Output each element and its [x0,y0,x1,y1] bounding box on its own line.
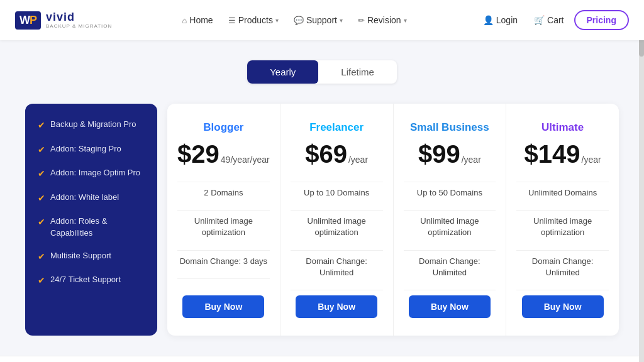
divider-0 [177,182,270,182]
feature-text-2: Addon: Image Optim Pro [50,167,140,178]
check-icon-3: ✔ [38,192,45,205]
nav-revision-label: Revision [367,15,401,25]
nav-actions: 👤 Login 🛒 Cart Pricing [477,10,629,30]
nav-products[interactable]: ☰ Products ▾ [222,11,285,29]
blogger-period: /year [250,155,270,165]
plans-area: Blogger $29 49/year/year 2 Domains Unlim… [167,104,619,336]
ultimate-image-opt: Unlimited image optimization [516,216,609,238]
logo-wp: WP [15,11,41,30]
lifetime-toggle[interactable]: Lifetime [318,60,397,84]
feature-item-1: ✔ Addon: Staging Pro [38,143,145,156]
billing-toggle-row: Yearly Lifetime [25,60,619,84]
check-icon-1: ✔ [38,144,45,156]
nav-support[interactable]: 💬 Support ▾ [287,11,349,29]
blogger-original: 49/year [221,155,250,165]
freelancer-price-amount: $69 [305,141,347,167]
freelancer-price-period: /year [348,155,368,165]
money-back-section: 🛡 30 DAY 100% MONEY BACK GUARANTEE - ZER… [0,356,644,362]
plan-small-business-price: $99 /year [418,141,481,167]
freelancer-domain-change: Domain Change: Unlimited [291,256,383,278]
feature-text-4: Addon: Roles & Capabilities [50,216,145,238]
plan-ultimate: Ultimate $149 /year Unlimited Domains Un… [506,104,619,336]
divider-1c [291,250,383,251]
plan-blogger-name: Blogger [203,121,243,134]
feature-text-6: 24/7 Ticket Support [50,274,121,285]
feature-item-0: ✔ Backup & Migration Pro [38,119,145,132]
divider-3c [516,250,609,251]
nav-home-label: Home [189,15,213,25]
ultimate-domain-change: Domain Change: Unlimited [516,256,609,278]
check-icon-4: ✔ [38,216,45,229]
plan-ultimate-name: Ultimate [541,121,584,134]
divider-2c [404,250,496,251]
feature-item-6: ✔ 24/7 Ticket Support [38,274,145,287]
divider-1 [291,182,383,182]
blogger-buy-button[interactable]: Buy Now [182,295,264,318]
small-business-image-opt: Unlimited image optimization [404,216,496,238]
nav-login-label: Login [496,15,518,25]
logo-area: WP vivid BACKUP & MIGRATION [15,11,112,30]
ultimate-price-period: /year [582,155,601,165]
divider-0d [177,278,270,279]
feature-item-2: ✔ Addon: Image Optim Pro [38,167,145,180]
feature-item-3: ✔ Addon: White label [38,192,145,205]
check-icon-5: ✔ [38,251,45,263]
nav-home[interactable]: ⌂ Home [175,11,219,29]
cart-icon: 🛒 [534,15,545,25]
small-business-price-period: /year [462,155,481,165]
feature-text-0: Backup & Migration Pro [50,119,136,130]
login-icon: 👤 [483,15,494,25]
divider-1b [291,210,383,211]
main-content: Yearly Lifetime ✔ Backup & Migration Pro… [0,40,644,336]
billing-toggle: Yearly Lifetime [247,60,397,84]
divider-3 [516,182,609,182]
divider-1d [291,290,383,290]
nav-cart-label: Cart [547,15,564,25]
revision-icon: ✏ [358,16,365,25]
products-chevron-icon: ▾ [275,17,279,24]
main-nav: ⌂ Home ☰ Products ▾ 💬 Support ▾ ✏ Revisi… [175,11,413,29]
small-business-buy-button[interactable]: Buy Now [409,295,491,318]
feature-text-3: Addon: White label [50,192,119,203]
plan-freelancer-name: Freelancer [309,121,364,134]
ultimate-buy-button[interactable]: Buy Now [522,295,604,318]
plan-freelancer: Freelancer $69 /year Up to 10 Domains Un… [280,104,394,336]
logo-sub-text: BACKUP & MIGRATION [46,24,112,30]
freelancer-domains: Up to 10 Domains [304,187,369,199]
products-icon: ☰ [228,16,236,25]
divider-3b [516,210,609,211]
nav-support-label: Support [306,15,337,25]
nav-cart[interactable]: 🛒 Cart [528,11,570,29]
blogger-domain-change: Domain Change: 3 days [180,256,267,267]
home-icon: ⌂ [182,16,187,25]
nav-products-label: Products [238,15,273,25]
feature-text-1: Addon: Staging Pro [50,143,121,155]
feature-text-5: Multisite Support [50,250,111,261]
feature-item-5: ✔ Multisite Support [38,250,145,263]
divider-2 [404,182,496,182]
nav-revision[interactable]: ✏ Revision ▾ [352,11,413,29]
divider-2b [404,210,496,211]
blogger-price-amount: $29 [177,141,219,167]
logo-vivid-text: vivid [46,11,112,24]
check-icon-6: ✔ [38,275,45,287]
features-sidebar: ✔ Backup & Migration Pro ✔ Addon: Stagin… [25,104,157,336]
header: WP vivid BACKUP & MIGRATION ⌂ Home ☰ Pro… [0,0,644,40]
blogger-image-opt: Unlimited image optimization [177,216,270,238]
freelancer-buy-button[interactable]: Buy Now [296,295,377,318]
yearly-toggle[interactable]: Yearly [247,60,318,84]
nav-login[interactable]: 👤 Login [477,11,524,29]
small-business-domain-change: Domain Change: Unlimited [404,256,496,278]
support-icon: 💬 [294,16,304,25]
ultimate-domains: Unlimited Domains [528,187,597,199]
divider-0c [177,250,270,251]
feature-item-4: ✔ Addon: Roles & Capabilities [38,216,145,238]
ultimate-price-amount: $149 [525,141,580,167]
small-business-price-amount: $99 [418,141,460,167]
blogger-price-period: 49/year/year [221,155,270,165]
scrollbar[interactable] [639,0,644,362]
freelancer-image-opt: Unlimited image optimization [291,216,383,238]
logo-text: vivid BACKUP & MIGRATION [46,11,112,30]
support-chevron-icon: ▾ [340,17,343,24]
nav-pricing-button[interactable]: Pricing [574,10,629,30]
